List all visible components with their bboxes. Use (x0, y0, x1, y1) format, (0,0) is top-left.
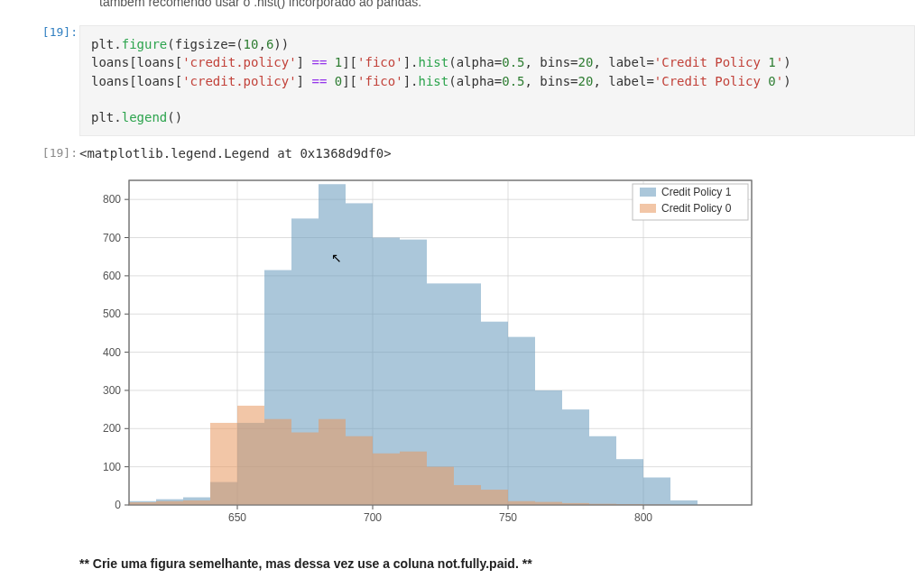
output-prompt: [19]: (23, 146, 78, 160)
svg-rect-53 (481, 322, 508, 505)
svg-text:400: 400 (103, 346, 121, 359)
svg-rect-66 (264, 419, 291, 505)
svg-rect-69 (346, 436, 373, 505)
svg-text:600: 600 (103, 270, 121, 282)
svg-text:200: 200 (103, 422, 121, 435)
svg-text:700: 700 (364, 511, 382, 524)
svg-text:Credit Policy 1: Credit Policy 1 (661, 186, 732, 198)
svg-rect-70 (373, 454, 400, 505)
output-repr: <matplotlib.legend.Legend at 0x1368d9df0… (79, 146, 915, 161)
svg-rect-58 (616, 459, 643, 505)
svg-rect-76 (535, 502, 562, 505)
svg-rect-54 (508, 337, 535, 505)
svg-rect-67 (291, 433, 319, 505)
svg-rect-62 (156, 501, 183, 505)
svg-rect-63 (183, 500, 210, 505)
histogram-plot: 0100200300400500600700800650700750800Cre… (79, 171, 765, 532)
svg-rect-85 (640, 204, 656, 213)
input-cell: [19]: plt.figure(figsize=(10,6)) loans[l… (25, 25, 915, 136)
svg-rect-65 (237, 406, 264, 505)
svg-rect-75 (508, 501, 535, 505)
svg-rect-73 (454, 485, 481, 505)
output-cell: [19]: <matplotlib.legend.Legend at 0x136… (25, 146, 915, 535)
svg-rect-56 (562, 409, 589, 505)
svg-text:650: 650 (228, 511, 246, 524)
input-prompt: [19]: (23, 25, 78, 39)
svg-rect-55 (535, 390, 562, 505)
svg-text:100: 100 (103, 461, 121, 473)
svg-rect-57 (589, 436, 616, 505)
svg-rect-64 (210, 423, 237, 505)
svg-rect-83 (640, 188, 656, 197)
svg-rect-72 (427, 467, 454, 505)
context-text: também recomendo usar o .hist() incorpor… (99, 0, 421, 9)
svg-text:700: 700 (103, 232, 121, 244)
instruction-note: ** Crie uma figura semelhante, mas dessa… (79, 556, 532, 571)
svg-text:0: 0 (115, 499, 121, 511)
svg-rect-52 (454, 283, 481, 505)
svg-text:500: 500 (103, 307, 121, 320)
code-block[interactable]: plt.figure(figsize=(10,6)) loans[loans['… (79, 25, 915, 136)
svg-text:800: 800 (103, 193, 121, 206)
svg-rect-59 (643, 478, 670, 505)
svg-text:750: 750 (499, 511, 517, 524)
svg-rect-74 (481, 490, 508, 505)
chart: 0100200300400500600700800650700750800Cre… (79, 171, 915, 535)
svg-text:800: 800 (634, 511, 652, 524)
svg-rect-60 (670, 500, 698, 505)
svg-rect-71 (400, 452, 427, 505)
svg-rect-68 (319, 419, 346, 505)
svg-text:Credit Policy 0: Credit Policy 0 (661, 202, 732, 215)
svg-text:300: 300 (103, 384, 121, 397)
